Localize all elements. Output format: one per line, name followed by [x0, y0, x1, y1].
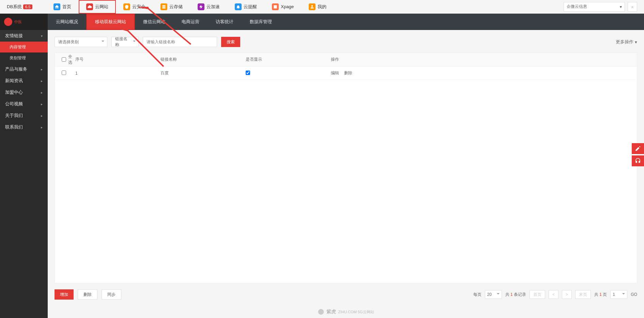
per-page-select[interactable]: 20: [485, 290, 502, 299]
subnav-overview-label: 云网站概况: [56, 19, 78, 25]
nav-home[interactable]: 首页: [46, 0, 79, 14]
category-select[interactable]: 请选择类别: [55, 37, 107, 47]
first-page-button[interactable]: 首页: [530, 290, 545, 299]
linkname-select-label: 链接名称: [115, 36, 130, 48]
subnav-database[interactable]: 数据库管理: [242, 14, 280, 30]
select-all-checkbox[interactable]: 全选: [62, 54, 75, 65]
linkname-select[interactable]: 链接名称: [111, 37, 139, 47]
pagination: 每页 20 共 1 条记录 首页 < > 末页 共 1 页 1 GO: [473, 290, 637, 299]
nav-mine[interactable]: 我的: [301, 0, 334, 14]
total-pages: 共 1 页: [594, 292, 607, 298]
svg-point-0: [318, 309, 324, 315]
db-system-text: DB系统: [7, 4, 22, 10]
subnav-overview[interactable]: 云网站概况: [48, 14, 86, 30]
page-input[interactable]: 1: [610, 290, 627, 299]
nav-cloud-site[interactable]: 云网站: [79, 0, 116, 14]
chevron-right-icon: ▸: [41, 67, 43, 71]
chevron-down-icon: ▾: [635, 40, 637, 45]
shield-icon: [123, 3, 130, 10]
nav-security[interactable]: 云安全: [116, 0, 153, 14]
subnav-visitor-label: 访客统计: [216, 19, 233, 25]
sidebar-news-label: 新闻资讯: [5, 78, 23, 84]
nav-xpage-label: Xpage: [281, 4, 294, 9]
collapse-button[interactable]: [628, 2, 637, 12]
delete-button[interactable]: 删除: [78, 289, 97, 300]
subnav-wechat[interactable]: 微信云网站: [135, 14, 173, 30]
delete-link[interactable]: 删除: [344, 71, 352, 75]
edit-link[interactable]: 编辑: [331, 71, 339, 75]
row-checkbox[interactable]: [62, 71, 66, 75]
sidebar-video[interactable]: 公司视频▸: [0, 98, 48, 110]
subnav-database-label: 数据库管理: [250, 19, 272, 25]
sidebar-category-mgmt-label: 类别管理: [10, 55, 26, 61]
floating-tools: [632, 143, 644, 166]
search-button[interactable]: 搜索: [221, 37, 240, 47]
sync-button[interactable]: 同步: [102, 289, 121, 300]
sidebar-content-mgmt-label: 内容管理: [10, 44, 26, 50]
brand-sub: ZIHU.COM 5G云网站: [338, 309, 374, 315]
speed-icon: [198, 3, 204, 10]
category-select-label: 请选择类别: [58, 39, 79, 45]
user-icon: [309, 3, 316, 10]
nav-cloud-label: 云网站: [95, 4, 108, 10]
home-icon: [53, 3, 60, 10]
last-page-button[interactable]: 末页: [575, 290, 591, 299]
more-ops-button[interactable]: 更多操作 ▾: [616, 39, 637, 45]
total-records: 共 1 条记录: [505, 292, 526, 298]
search-input[interactable]: [143, 37, 217, 47]
footer-bar: 增加 删除 同步 每页 20 共 1 条记录 首页 < > 末页 共 1 页 1…: [48, 283, 644, 306]
chevron-right-icon: ▸: [41, 102, 43, 106]
footer-actions: 增加 删除 同步: [55, 289, 121, 300]
logo-text: 中医: [14, 19, 22, 25]
sidebar-products-label: 产品与服务: [5, 66, 27, 72]
sidebar-join[interactable]: 加盟中心▸: [0, 87, 48, 98]
subnav-visitor[interactable]: 访客统计: [208, 14, 242, 30]
nav-alert-label: 云提醒: [244, 4, 257, 10]
next-page-button[interactable]: >: [562, 290, 572, 299]
subnav-ecommerce-label: 电商运营: [182, 19, 199, 25]
branding-footer: 紫虎 ZIHU.COM 5G云网站: [48, 306, 644, 318]
sidebar-category-mgmt[interactable]: 类别管理: [0, 52, 48, 63]
sidebar-video-label: 公司视频: [5, 101, 23, 107]
cell-seq: 1: [75, 71, 160, 76]
nav-security-label: 云安全: [132, 4, 145, 10]
sidebar-friend-links[interactable]: 友情链接 ▾: [0, 30, 48, 42]
more-ops-label: 更多操作: [616, 39, 633, 45]
account-dropdown-label: 企微云信息: [567, 4, 587, 10]
subnav-ecommerce[interactable]: 电商运营: [173, 14, 208, 30]
per-page-label: 每页: [473, 292, 481, 298]
content-area: 云网站概况 移动双核云网站 微信云网站 电商运营 访客统计 数据库管理 请选择类…: [48, 14, 644, 318]
sidebar-about-label: 关于我们: [5, 112, 23, 119]
sidebar-logo: 中医: [0, 14, 48, 30]
chevron-down-icon: ▾: [41, 34, 43, 38]
sidebar-friend-links-label: 友情链接: [5, 33, 23, 39]
prev-page-button[interactable]: <: [549, 290, 558, 299]
nav-home-label: 首页: [62, 4, 71, 10]
sidebar-products[interactable]: 产品与服务▸: [0, 63, 48, 75]
sidebar-news[interactable]: 新闻资讯▸: [0, 75, 48, 87]
data-table: 全选 序号 链接名称 是否显示 操作 1 百度 编辑 删除: [55, 52, 637, 283]
subnav-mobile-dualcore[interactable]: 移动双核云网站: [86, 14, 135, 30]
add-button[interactable]: 增加: [55, 289, 74, 300]
chevron-right-icon: ▸: [41, 125, 43, 129]
main-layout: 中医 友情链接 ▾ 内容管理 类别管理 产品与服务▸ 新闻资讯▸ 加盟中心▸ 公…: [0, 14, 644, 318]
float-edit-button[interactable]: [632, 143, 644, 154]
storage-icon: [160, 3, 167, 10]
nav-alert[interactable]: 云提醒: [227, 0, 264, 14]
sidebar-about[interactable]: 关于我们▸: [0, 110, 48, 121]
table-header-row: 全选 序号 链接名称 是否显示 操作: [55, 53, 637, 66]
row-show-checkbox[interactable]: [246, 71, 250, 75]
account-dropdown[interactable]: 企微云信息 ▾: [564, 2, 625, 12]
sub-nav: 云网站概况 移动双核云网站 微信云网站 电商运营 访客统计 数据库管理: [48, 14, 644, 30]
cloud-icon: [86, 3, 93, 10]
float-support-button[interactable]: [632, 155, 644, 166]
sidebar-contact[interactable]: 联系我们▸: [0, 121, 48, 133]
brand-name: 紫虎: [326, 309, 336, 315]
cell-name: 百度: [160, 70, 246, 76]
go-button[interactable]: GO: [631, 292, 637, 297]
nav-xpage[interactable]: Xpage: [264, 0, 301, 14]
sidebar-content-mgmt[interactable]: 内容管理: [0, 42, 48, 52]
nav-storage[interactable]: 云存储: [153, 0, 190, 14]
th-seq: 序号: [75, 57, 160, 62]
nav-speed[interactable]: 云加速: [190, 0, 227, 14]
